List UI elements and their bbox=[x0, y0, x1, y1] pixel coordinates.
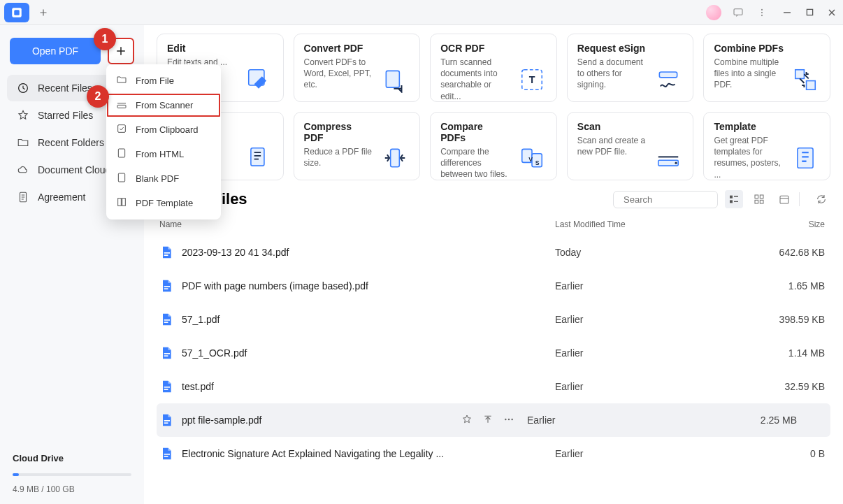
refresh-icon bbox=[816, 194, 827, 205]
card-title: Template bbox=[714, 121, 784, 132]
search-box[interactable] bbox=[613, 191, 718, 208]
chat-icon bbox=[733, 7, 744, 18]
file-time: Earlier bbox=[555, 280, 765, 291]
table-row[interactable]: PDF with page numbers (image based).pdfE… bbox=[157, 269, 830, 303]
template-icon bbox=[791, 121, 820, 171]
action-card-scan[interactable]: ScanScan and create a new PDF file. bbox=[567, 112, 694, 180]
search-input[interactable] bbox=[624, 194, 741, 205]
menu-item-label: From HTML bbox=[136, 149, 184, 159]
action-card-convert[interactable]: Convert PDFConvert PDFs to Word, Excel, … bbox=[294, 34, 421, 102]
new-tab-button[interactable] bbox=[34, 3, 53, 22]
menu-item-icon bbox=[116, 196, 127, 210]
dropdown-item-from-scanner[interactable]: From Scanner bbox=[106, 93, 221, 117]
table-row[interactable]: ppt file-sample.pdfEarlier2.25 MB bbox=[157, 403, 830, 437]
pdf-file-icon bbox=[159, 412, 173, 428]
pdf-file-icon bbox=[159, 446, 173, 461]
create-pdf-dropdown: From FileFrom ScannerFrom ClipboardFrom … bbox=[106, 64, 221, 219]
date-view-button[interactable] bbox=[775, 190, 793, 208]
action-card-compress[interactable]: Compress PDFReduce a PDF file size. bbox=[294, 112, 421, 180]
upload-icon bbox=[482, 414, 493, 425]
dropdown-item-pdf-template[interactable]: PDF Template bbox=[106, 191, 221, 215]
feedback-button[interactable] bbox=[728, 3, 748, 22]
star-icon bbox=[461, 414, 473, 425]
card-desc: Get great PDF templates for resumes, pos… bbox=[714, 135, 784, 180]
sidebar-item-label: Document Cloud bbox=[38, 164, 110, 175]
svg-rect-6 bbox=[807, 9, 812, 15]
home-tab[interactable] bbox=[4, 3, 29, 22]
card-desc: Send a document to others for signing. bbox=[577, 57, 647, 91]
dropdown-item-blank-pdf[interactable]: Blank PDF bbox=[106, 166, 221, 191]
close-window-button[interactable] bbox=[821, 1, 843, 24]
svg-rect-16 bbox=[251, 148, 264, 166]
list-view-button[interactable] bbox=[725, 190, 743, 208]
maximize-window-button[interactable] bbox=[798, 1, 821, 24]
ocr2-icon bbox=[244, 121, 273, 171]
cloud-drive-title: Cloud Drive bbox=[0, 443, 144, 468]
table-row[interactable]: 2023-09-13 20 41 34.pdfToday642.68 KB bbox=[157, 236, 830, 269]
grid-view-button[interactable] bbox=[750, 190, 768, 208]
maximize-icon bbox=[806, 8, 814, 16]
more-row-button[interactable] bbox=[503, 414, 514, 427]
action-card-template[interactable]: TemplateGet great PDF templates for resu… bbox=[703, 112, 830, 180]
menu-item-icon bbox=[116, 99, 127, 112]
table-row[interactable]: Electronic Signature Act Explained Navig… bbox=[157, 437, 830, 470]
menu-item-label: From Scanner bbox=[136, 100, 193, 110]
file-time: Earlier bbox=[555, 347, 765, 359]
svg-rect-27 bbox=[730, 200, 733, 203]
callout-badge-2: 2 bbox=[87, 85, 109, 108]
dropdown-item-from-file[interactable]: From File bbox=[106, 69, 221, 93]
calendar-icon bbox=[779, 194, 790, 205]
file-name: 57_1_OCR.pdf bbox=[182, 347, 555, 359]
star-row-button[interactable] bbox=[461, 414, 473, 427]
table-row[interactable]: 57_1.pdfEarlier398.59 KB bbox=[157, 303, 830, 336]
card-desc: Convert PDFs to Word, Excel, PPT, etc. bbox=[304, 57, 374, 91]
table-row[interactable]: 57_1_OCR.pdfEarlier1.14 MB bbox=[157, 336, 830, 370]
dropdown-item-from-html[interactable]: From HTML bbox=[106, 142, 221, 166]
combine-icon bbox=[791, 43, 820, 93]
file-name: 2023-09-13 20 41 34.pdf bbox=[182, 247, 555, 258]
svg-rect-40 bbox=[164, 355, 168, 357]
action-card-ocr[interactable]: OCR PDFTurn scanned documents into searc… bbox=[430, 34, 557, 102]
user-avatar[interactable] bbox=[706, 5, 721, 20]
file-name: 57_1.pdf bbox=[182, 314, 555, 325]
open-pdf-button[interactable]: Open PDF bbox=[10, 38, 101, 64]
col-time: Last Modified Time bbox=[555, 219, 765, 229]
refresh-button[interactable] bbox=[812, 190, 830, 208]
pdf-file-icon bbox=[159, 312, 173, 327]
pdf-file-icon bbox=[159, 379, 173, 394]
file-size: 0 B bbox=[765, 448, 828, 459]
dropdown-item-from-clipboard[interactable]: From Clipboard bbox=[106, 117, 221, 142]
grid-icon bbox=[754, 194, 765, 205]
file-size: 1.14 MB bbox=[765, 347, 828, 359]
file-size: 1.65 MB bbox=[765, 280, 828, 291]
svg-rect-24 bbox=[798, 148, 813, 168]
svg-rect-51 bbox=[118, 125, 126, 133]
svg-text:V: V bbox=[528, 156, 533, 163]
svg-rect-44 bbox=[164, 422, 168, 424]
action-card-compare[interactable]: Compare PDFsCompare the differences betw… bbox=[430, 112, 557, 180]
svg-rect-43 bbox=[164, 420, 170, 422]
minimize-window-button[interactable] bbox=[776, 1, 798, 24]
action-card-combine[interactable]: Combine PDFsCombine multiple files into … bbox=[703, 34, 830, 102]
svg-text:S: S bbox=[535, 159, 540, 166]
kebab-icon bbox=[757, 8, 767, 17]
upload-row-button[interactable] bbox=[482, 414, 493, 427]
sidebar-item-label: Starred Files bbox=[38, 110, 93, 121]
svg-rect-1 bbox=[14, 10, 20, 15]
svg-point-3 bbox=[761, 8, 763, 10]
file-name: Electronic Signature Act Explained Navig… bbox=[182, 448, 555, 459]
card-desc: Combine multiple files into a single PDF… bbox=[714, 57, 784, 91]
titlebar bbox=[0, 0, 843, 25]
card-title: Request eSign bbox=[577, 43, 647, 54]
svg-rect-15 bbox=[807, 81, 816, 90]
svg-rect-55 bbox=[122, 199, 126, 206]
svg-point-23 bbox=[675, 162, 677, 164]
cloud-icon bbox=[17, 164, 29, 176]
action-card-esign[interactable]: Request eSignSend a document to others f… bbox=[567, 34, 694, 102]
convert-icon bbox=[380, 43, 410, 93]
clock-icon bbox=[17, 82, 29, 94]
table-row[interactable]: test.pdfEarlier32.59 KB bbox=[157, 370, 830, 403]
recent-files-heading: Recent Files bbox=[157, 190, 613, 208]
more-menu-button[interactable] bbox=[752, 3, 772, 22]
svg-rect-10 bbox=[387, 71, 400, 87]
